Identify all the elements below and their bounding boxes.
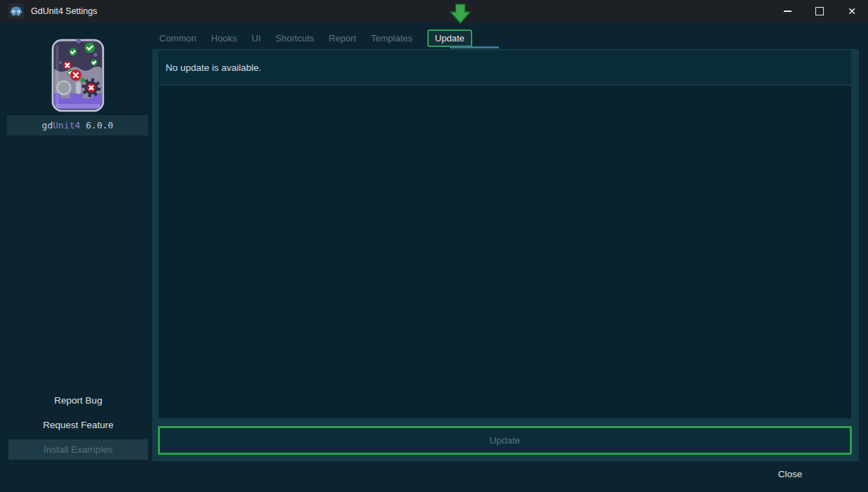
tab-report[interactable]: Report (329, 33, 356, 44)
gdunit4-settings-window: GdUnit4 Settings ✕ (0, 0, 868, 492)
version-label[interactable]: gdUnit4 6.0.0 (7, 115, 148, 135)
update-status-message: No update is available. (159, 51, 851, 84)
tab-hooks[interactable]: Hooks (211, 33, 237, 44)
titlebar: GdUnit4 Settings ✕ (0, 0, 868, 22)
tab-shortcuts[interactable]: Shortcuts (276, 33, 314, 44)
close-icon[interactable]: ✕ (836, 0, 868, 22)
green-down-arrow-icon (450, 4, 471, 24)
update-button[interactable]: Update (158, 426, 852, 455)
report-bug-button[interactable]: Report Bug (8, 390, 148, 411)
tab-common[interactable]: Common (159, 33, 196, 44)
tab-update[interactable]: Update (427, 29, 472, 47)
close-button[interactable]: Close (758, 463, 822, 484)
gdunit4-logo (51, 39, 105, 113)
tab-ui[interactable]: UI (252, 33, 261, 44)
version-name: Unit4 (53, 120, 80, 131)
version-prefix: gd (42, 120, 53, 131)
update-details-panel (159, 86, 851, 418)
update-tab-panel: No update is available. Update (152, 49, 859, 461)
active-tab-underline (450, 46, 499, 48)
maximize-icon[interactable] (803, 0, 836, 22)
godot-app-icon (8, 4, 24, 19)
request-feature-button[interactable]: Request Feature (8, 415, 148, 435)
window-title: GdUnit4 Settings (31, 0, 98, 22)
install-examples-button[interactable]: Install Examples (8, 439, 148, 460)
settings-tabbar: Common Hooks UI Shortcuts Report Templat… (159, 28, 472, 48)
minimize-icon[interactable] (771, 0, 803, 22)
version-number: 6.0.0 (80, 120, 113, 131)
tab-templates[interactable]: Templates (371, 33, 413, 44)
